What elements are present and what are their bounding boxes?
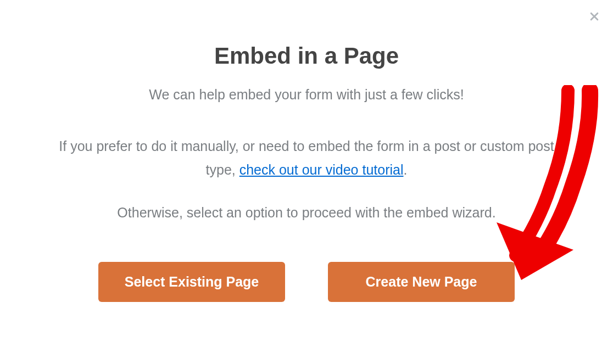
embed-modal: Embed in a Page We can help embed your f… xyxy=(0,0,613,364)
select-existing-page-button[interactable]: Select Existing Page xyxy=(98,262,285,302)
close-button[interactable] xyxy=(588,10,601,23)
create-new-page-button[interactable]: Create New Page xyxy=(328,262,515,302)
close-icon xyxy=(589,11,600,22)
modal-title: Embed in a Page xyxy=(55,43,558,69)
video-tutorial-link[interactable]: check out our video tutorial xyxy=(239,162,404,177)
body-suffix: . xyxy=(403,162,407,177)
modal-body-2: Otherwise, select an option to proceed w… xyxy=(55,201,558,225)
button-row: Select Existing Page Create New Page xyxy=(55,262,558,302)
modal-body-1: If you prefer to do it manually, or need… xyxy=(55,135,558,181)
modal-subtitle: We can help embed your form with just a … xyxy=(55,87,558,103)
